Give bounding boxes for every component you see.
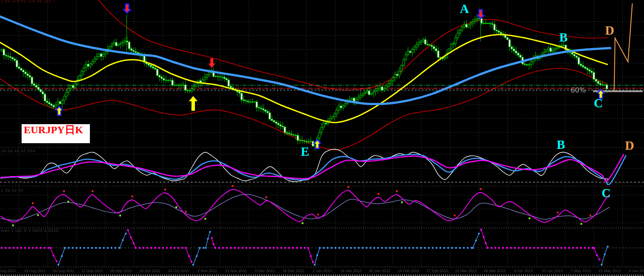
down-red-arrow-icon <box>208 58 215 68</box>
bollinger-bands <box>0 0 607 150</box>
date-tick-label: 26 Mar 2012 <box>484 269 506 273</box>
up-yellow-arrow-icon <box>189 96 198 111</box>
date-tick-label: 19 Dec 2011 <box>283 269 304 273</box>
chart-canvas <box>0 0 644 276</box>
indicator-panel-step-signal <box>1 229 609 266</box>
date-tick-label: 7 May 2012 <box>571 269 591 273</box>
moving-averages <box>0 16 610 122</box>
date-tick-label: 26 Sep 2011 <box>110 269 132 273</box>
chart-window[interactable]: 1.06 100.53 102.46 101.7 16 59.46 67.934… <box>0 0 644 276</box>
annotation-letter-c-7: C <box>602 187 611 199</box>
symbol-label-box: EURJPY日K <box>22 124 90 143</box>
date-tick-label: 24 Oct 2011 <box>168 269 189 273</box>
symbol-label: EURJPY日K <box>22 124 90 135</box>
sell-arrow-icon <box>122 3 132 14</box>
price-level-lines <box>0 85 644 90</box>
date-tick-label: 7 Nov 2011 <box>198 269 217 273</box>
annotation-letter-e-4: E <box>301 145 309 158</box>
date-tick-label: 2 Jan 2012 <box>312 269 332 273</box>
date-tick-label: 21 May 2012 <box>598 269 621 273</box>
annotation-letter-b-1: B <box>559 31 567 44</box>
date-tick-label: 23 Apr 2012 <box>542 269 563 273</box>
date-tick-label: 5 Dec 2011 <box>255 269 274 273</box>
grid-lines <box>0 0 644 275</box>
date-tick-label: 4 Jun 2012 <box>629 269 644 273</box>
date-tick-label: 21 Nov 2011 <box>225 269 247 273</box>
date-tick-label: 12 Sep 2011 <box>81 269 103 273</box>
annotation-letter-d-6: D <box>625 139 634 152</box>
ohlc-info-text: 1.06 100.53 102.46 101.7 <box>1 0 56 3</box>
date-tick-label: 16 Jan 2012 <box>340 269 362 273</box>
annotation-letter-a-0: A <box>460 3 469 15</box>
date-tick-label: 1 Aug 2011 <box>0 269 16 273</box>
date-tick-label: 13 Feb 2012 <box>398 269 420 273</box>
panel2-indicator-label: 16 59.46 67.934 <box>1 149 35 153</box>
panel4-indicator-label: Kwo 1 osc b 4.0910 6.0020 <box>1 228 59 233</box>
annotation-letter-c-2: C <box>594 97 603 109</box>
date-tick-label: 9 Apr 2012 <box>514 269 533 273</box>
annotation-letter-d-3: D <box>605 24 614 37</box>
indicator-panel-stochastic <box>1 185 609 226</box>
annotation-letter-b-5: B <box>557 138 565 151</box>
date-tick-label: 29 Aug 2011 <box>53 269 74 273</box>
date-tick-label: 15 Aug 2011 <box>24 269 46 273</box>
panel3-indicator-label: 1 39 32.44 <box>1 188 24 193</box>
signal-arrows <box>54 3 606 149</box>
date-tick-label: 27 Feb 2012 <box>426 269 448 273</box>
date-tick-label: 12 Mar 2012 <box>455 269 477 273</box>
date-tick-label: 30 Jan 2012 <box>369 269 391 273</box>
date-tick-label: 10 Oct 2011 <box>139 269 160 273</box>
retracement-percent-label: 60% <box>571 86 586 94</box>
